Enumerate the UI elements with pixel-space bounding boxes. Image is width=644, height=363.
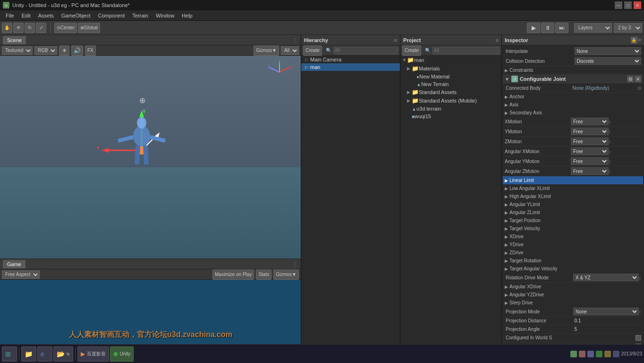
anchor-fold[interactable]: ▶ Anchor [503,93,643,101]
project-item-standard-assets[interactable]: ▶ 📁 Standard Assets [400,88,501,96]
xdrive-fold[interactable]: ▶ XDrive [503,233,643,241]
hierarchy-search-input[interactable] [333,47,398,54]
menu-assets[interactable]: Assets [34,12,58,19]
projection-mode-select[interactable]: None [573,308,639,315]
collision-select[interactable]: Discrete [575,57,642,65]
taskbar-ie[interactable]: e [37,346,52,362]
low-angular-xlimit-fold[interactable]: ▶ Low Angular XLimit [503,184,643,192]
scene-fx-btn[interactable]: FX [85,45,96,56]
rgb-select[interactable]: RGB [34,46,57,55]
constraints-fold[interactable]: ▶ Constraints [503,66,643,74]
project-create-btn[interactable]: Create [402,45,421,56]
ydrive-fold[interactable]: ▶ YDrive [503,241,643,249]
project-item-man[interactable]: ▼ 📁 man [400,56,501,64]
hierarchy-item-main-camera[interactable]: ▷ Main Camera [301,56,400,63]
configured-world-space-checkbox[interactable] [636,335,641,341]
menu-component[interactable]: Component [94,12,128,19]
character-figure: x Y ⊕ [94,94,189,212]
ymotion-select[interactable]: Free [571,128,609,135]
game-viewport[interactable] [0,280,301,344]
configurable-joint-section[interactable]: ▼ J Configurable Joint ⚙ ✕ [503,74,643,84]
scene-viewport[interactable]: X Y Z [0,56,301,259]
angular-zlimit-fold[interactable]: ▶ Angular ZLimit [503,208,643,216]
scene-tab[interactable]: Scene [3,36,26,44]
secondary-axis-fold[interactable]: ▶ Secondary Axis [503,109,643,117]
angular-xmotion-select[interactable]: Free [571,147,609,155]
slerp-drive-fold[interactable]: ▶ Slerp Drive [503,299,643,307]
zmotion-select[interactable]: Free [571,138,609,145]
target-rotation-fold[interactable]: ▶ Target Rotation [503,257,643,265]
hierarchy-create-btn[interactable]: Create [303,45,322,56]
angular-zmotion-select[interactable]: Free [571,167,609,175]
angular-xdrive-fold[interactable]: ▶ Angular XDrive [503,283,643,291]
maximize-button[interactable]: □ [624,1,632,9]
aspect-select[interactable]: Free Aspect [2,270,40,279]
scale-tool[interactable]: ⤢ [36,23,46,33]
rotation-drive-mode-select[interactable]: X & YZ [573,274,639,281]
project-item-new-material[interactable]: ● New Material [400,73,501,80]
project-menu-icon[interactable]: ≡ [496,37,499,43]
all-layers-select[interactable]: All [281,46,299,55]
minimize-button[interactable]: ─ [615,1,622,9]
global-button[interactable]: ⊕ Global [78,23,100,33]
close-button[interactable]: ✕ [634,1,641,9]
project-item-standard-assets-mobile[interactable]: ▶ 📁 Standard Assets (Mobile) [400,96,501,105]
target-angular-velocity-fold[interactable]: ▶ Target Angular Velocity [503,265,643,273]
angular-yzdrive-fold[interactable]: ▶ Angular YZDrive [503,291,643,299]
menu-window[interactable]: Window [152,12,178,19]
menu-terrain[interactable]: Terrain [128,12,152,19]
inspector-lock-btn[interactable]: 🔒 [631,37,637,43]
linear-limit-fold[interactable]: ▶ Linear Limit [503,176,643,184]
center-button[interactable]: ⊙ Center [54,23,77,33]
move-tool[interactable]: ✛ [13,23,24,33]
game-tab[interactable]: Game [3,260,25,268]
taskbar-unity[interactable]: ⊕ Unity [110,346,134,362]
project-item-new-terrain[interactable]: ▲ New Terrain [400,80,501,88]
interpolate-select[interactable]: None [575,47,642,55]
layout-select[interactable]: 2 by 3 [614,23,642,33]
connected-body-pick[interactable]: ⊙ [637,86,641,91]
menu-edit[interactable]: Edit [18,12,34,19]
high-angular-xlimit-fold[interactable]: ▶ High Angular XLimit [503,192,643,200]
section-settings-btn[interactable]: ⚙ [627,76,634,82]
play-button[interactable]: ▶ [527,23,540,33]
menu-help[interactable]: Help [178,12,196,19]
hierarchy-menu-icon[interactable]: ≡ [394,37,397,43]
game-gizmos-btn[interactable]: Gizmos ▼ [273,269,299,280]
step-button[interactable]: ⏭ [555,23,568,33]
project-item-materials[interactable]: ▶ 📁 Materials [400,64,501,73]
scene-lights-btn[interactable]: ☀ [59,45,69,56]
target-velocity-fold[interactable]: ▶ Target Velocity [503,225,643,233]
project-item-u3d-terrain[interactable]: ▲ u3d terrain [400,105,501,112]
view-mode-select[interactable]: Textured [2,46,33,55]
inspector-menu-icon[interactable]: ≡ [638,37,641,43]
svg-text:⊕: ⊕ [139,96,145,104]
stats-btn[interactable]: Stats [256,269,271,280]
project-item-wuqi15[interactable]: ■ wuqi15 [400,112,501,120]
gizmos-button[interactable]: Gizmos ▼ [254,45,279,56]
pause-button[interactable]: ⏸ [541,23,554,33]
hierarchy-item-man[interactable]: ▷ man [301,63,400,71]
angular-ylimit-fold[interactable]: ▶ Angular YLimit [503,200,643,208]
layers-select[interactable]: Layers [574,23,612,33]
target-position-fold[interactable]: ▶ Target Position [503,216,643,225]
project-search-input[interactable] [432,47,500,54]
hand-tool[interactable]: ✋ [2,23,12,33]
angular-ymotion-select[interactable]: Free [571,157,609,165]
start-button[interactable]: ⊞ [2,346,17,362]
taskbar-explorer[interactable]: 📁 [21,346,36,362]
scene-audio-btn[interactable]: 🔊 [71,45,83,56]
rotate-tool[interactable]: ↻ [25,23,35,33]
section-close-btn[interactable]: ✕ [635,76,641,82]
xmotion-select[interactable]: Free [571,118,609,125]
titlebar-controls[interactable]: ─ □ ✕ [615,1,641,9]
menu-gameobject[interactable]: GameObject [58,12,94,19]
menu-file[interactable]: File [2,12,18,19]
axis-fold[interactable]: ▶ Axis [503,101,643,109]
taskbar-media-player[interactable]: ▶ 百度影音 [77,346,109,362]
axis-label: Axis [509,102,518,107]
zdrive-fold[interactable]: ▶ ZDrive [503,249,643,257]
taskbar-folder[interactable]: 📂 ls [53,346,73,362]
maximize-on-play-btn[interactable]: Maximize on Play [212,269,254,280]
game-header: Game ⋮ [0,259,301,269]
